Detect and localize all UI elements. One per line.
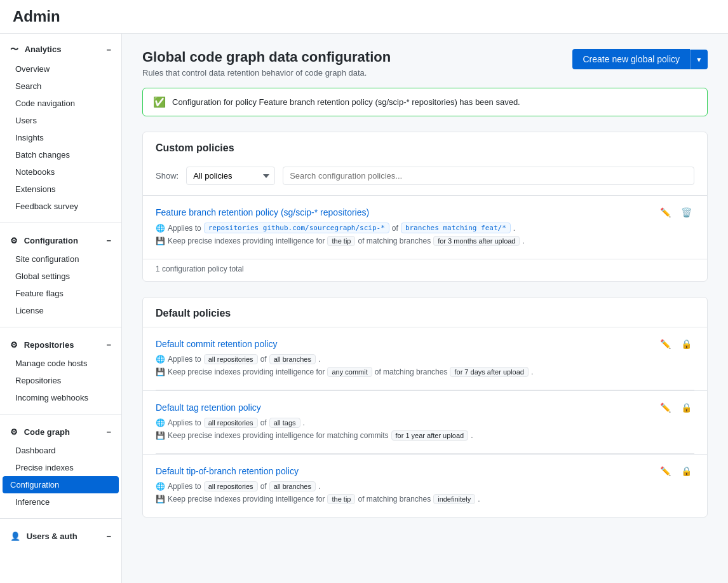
db-icon-tip: 💾 <box>156 495 165 504</box>
sidebar-item-users[interactable]: Users <box>0 112 121 129</box>
custom-policy-item: Feature branch retention policy (sg/scip… <box>143 195 707 259</box>
custom-policy-header: Feature branch retention policy (sg/scip… <box>156 206 694 219</box>
repositories-chevron: − <box>106 340 111 350</box>
default-policy-commit-lock-button[interactable]: 🔒 <box>678 338 694 350</box>
create-button-group: Create new global policy ▾ <box>572 49 708 69</box>
sidebar-item-extensions[interactable]: Extensions <box>0 181 121 198</box>
sidebar-divider-3 <box>0 414 121 415</box>
end-dot-tip: . <box>318 482 320 491</box>
sidebar-item-repositories[interactable]: Repositories <box>0 372 121 389</box>
lock-icon-commit: 🔒 <box>681 339 692 349</box>
edit-icon: ✏️ <box>660 207 671 217</box>
sidebar-item-manage-code-hosts[interactable]: Manage code hosts <box>0 355 121 372</box>
sidebar-item-search[interactable]: Search <box>0 78 121 95</box>
sidebar-item-code-navigation[interactable]: Code navigation <box>0 95 121 112</box>
sidebar-section-analytics: 〜 Analytics − Overview Search Code navig… <box>0 34 121 220</box>
keep-text-commit: Keep precise indexes providing intellige… <box>168 367 325 376</box>
sidebar-item-feature-flags[interactable]: Feature flags <box>0 285 121 302</box>
create-policy-button[interactable]: Create new global policy <box>572 49 690 69</box>
of-text-tip: of <box>260 482 267 491</box>
sidebar-section-usersauth-header[interactable]: 👤 Users & auth − <box>0 526 121 546</box>
default-policy-commit-name[interactable]: Default commit retention policy <box>156 339 277 349</box>
sidebar-item-feedback-survey[interactable]: Feedback survey <box>0 198 121 215</box>
default-policy-tag-header: Default tag retention policy ✏️ 🔒 <box>156 401 694 414</box>
globe-icon-tip: 🌐 <box>156 482 165 491</box>
sidebar-item-inference[interactable]: Inference <box>0 493 121 511</box>
default-policy-tag: Default tag retention policy ✏️ 🔒 🌐 Appl… <box>143 390 707 453</box>
duration-badge-commit: for 7 days after upload <box>450 367 528 377</box>
configuration-section-icon: ⚙ Configuration <box>10 236 78 245</box>
sidebar-item-incoming-webhooks[interactable]: Incoming webhooks <box>0 389 121 406</box>
custom-policy-name[interactable]: Feature branch retention policy (sg/scip… <box>156 207 369 217</box>
delete-icon: 🗑️ <box>681 207 692 217</box>
matching-text-tip: of matching branches <box>358 495 431 504</box>
policy-count: 1 configuration policy total <box>143 259 707 281</box>
default-policy-tip-name[interactable]: Default tip-of-branch retention policy <box>156 466 299 476</box>
sidebar-item-notebooks[interactable]: Notebooks <box>0 163 121 181</box>
sidebar-section-usersauth: 👤 Users & auth − <box>0 521 121 551</box>
sidebar-item-overview[interactable]: Overview <box>0 60 121 78</box>
sidebar-divider-2 <box>0 327 121 327</box>
repositories-label: Repositories <box>24 340 74 350</box>
custom-policy-keep: 💾 Keep precise indexes providing intelli… <box>156 236 694 246</box>
custom-policy-edit-button[interactable]: ✏️ <box>657 206 673 219</box>
edit-icon-commit: ✏️ <box>660 339 671 349</box>
of-text-tag: of <box>260 418 267 427</box>
page-subtitle: Rules that control data retention behavi… <box>142 68 391 78</box>
policy-filter-select[interactable]: All policies Repositories only Branches … <box>186 167 275 185</box>
default-policy-tag-edit-button[interactable]: ✏️ <box>657 401 673 414</box>
end-dot2-tag: . <box>471 431 473 440</box>
default-policy-tip: Default tip-of-branch retention policy ✏… <box>143 454 707 517</box>
applies-text-1: Applies to <box>168 224 201 233</box>
default-policy-tag-name[interactable]: Default tag retention policy <box>156 402 261 413</box>
repos-badge-tag: all repositories <box>204 418 258 428</box>
lock-icon-tag: 🔒 <box>681 402 692 413</box>
default-policy-tip-header: Default tip-of-branch retention policy ✏… <box>156 465 694 477</box>
sidebar-item-batch-changes[interactable]: Batch changes <box>0 146 121 163</box>
applies-text-tip: Applies to <box>168 482 201 491</box>
db-icon-commit: 💾 <box>156 367 165 376</box>
custom-policies-card: Custom policies Show: All policies Repos… <box>142 132 708 282</box>
show-label: Show: <box>156 171 179 181</box>
default-policy-tag-keep: 💾 Keep precise indexes providing intelli… <box>156 430 694 441</box>
end-dot2-1: . <box>522 237 524 245</box>
custom-policy-applies: 🌐 Applies to repositories github.com/sou… <box>156 223 694 233</box>
custom-policy-delete-button[interactable]: 🗑️ <box>678 206 694 219</box>
applies-text-tag: Applies to <box>168 418 201 427</box>
branches-badge-tag: all tags <box>269 418 300 428</box>
sidebar-item-insights[interactable]: Insights <box>0 129 121 146</box>
branches-badge-commit: all branches <box>269 354 316 364</box>
sidebar-section-configuration-header[interactable]: ⚙ Configuration − <box>0 231 121 250</box>
sidebar-item-site-configuration[interactable]: Site configuration <box>0 250 121 268</box>
default-policies-card: Default policies Default commit retentio… <box>142 297 708 518</box>
app-title: Admin <box>13 8 715 25</box>
default-policy-commit-edit-button[interactable]: ✏️ <box>657 338 673 350</box>
sidebar-section-codegraph-header[interactable]: ⚙ Code graph − <box>0 422 121 442</box>
success-check-icon: ✅ <box>153 96 166 108</box>
policy-search-input[interactable] <box>283 167 694 185</box>
applies-text-commit: Applies to <box>168 355 201 364</box>
default-policy-tip-lock-button[interactable]: 🔒 <box>678 465 694 477</box>
sidebar-item-global-settings[interactable]: Global settings <box>0 268 121 285</box>
db-icon-tag: 💾 <box>156 431 165 440</box>
default-policy-commit-keep: 💾 Keep precise indexes providing intelli… <box>156 367 694 377</box>
codegraph-label: Code graph <box>24 427 70 437</box>
tip-badge-tip: the tip <box>327 494 355 504</box>
repos-badge-tip: all repositories <box>204 481 258 491</box>
sidebar-item-dashboard[interactable]: Dashboard <box>0 442 121 459</box>
sidebar-section-repositories-header[interactable]: ⚙ Repositories − <box>0 335 121 355</box>
default-policy-tip-applies: 🌐 Applies to all repositories of all bra… <box>156 481 694 491</box>
keep-text-tip: Keep precise indexes providing intellige… <box>168 495 325 504</box>
create-policy-dropdown-button[interactable]: ▾ <box>690 50 708 69</box>
default-policy-tag-lock-button[interactable]: 🔒 <box>678 401 694 414</box>
sidebar-item-configuration-active[interactable]: Configuration <box>3 476 119 493</box>
of-text-commit: of <box>260 355 267 364</box>
usersauth-label: Users & auth <box>27 532 78 541</box>
default-policy-tip-edit-button[interactable]: ✏️ <box>657 465 673 477</box>
filter-row: Show: All policies Repositories only Bra… <box>143 161 707 195</box>
dropdown-arrow-icon: ▾ <box>697 55 701 64</box>
sidebar-section-analytics-header[interactable]: 〜 Analytics − <box>0 39 121 60</box>
sidebar-item-license[interactable]: License <box>0 302 121 319</box>
sidebar-item-precise-indexes[interactable]: Precise indexes <box>0 459 121 476</box>
branches-badge-1: branches matching feat/* <box>401 223 511 233</box>
